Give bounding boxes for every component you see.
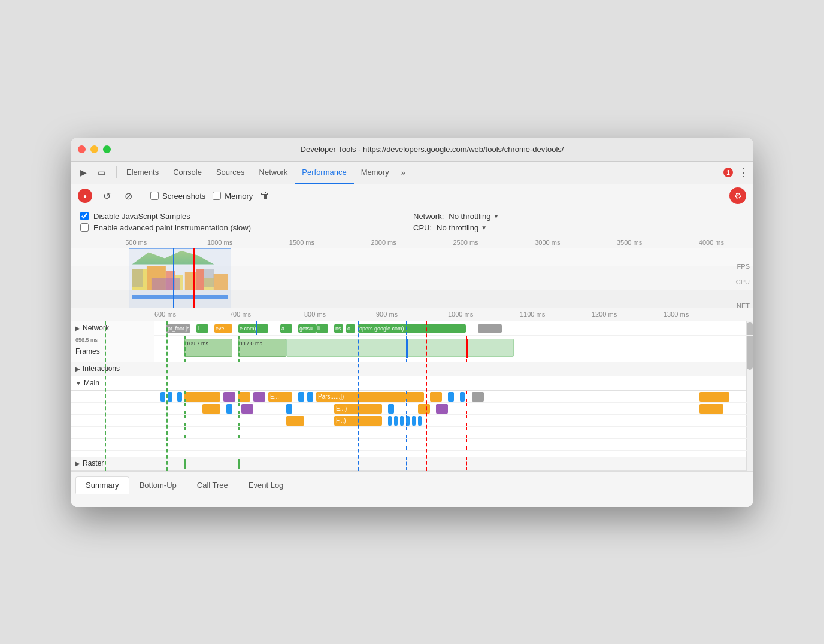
raster-row: ▶ Raster <box>71 457 753 471</box>
frames-row: 656.5 ms Frames 109.7 ms 117.0 ms <box>71 336 753 362</box>
vline-dashed-green-interactions-2 <box>166 321 168 471</box>
minimize-button[interactable] <box>90 145 98 153</box>
adv-paint-checkbox[interactable] <box>80 223 89 232</box>
tab-overflow[interactable]: » <box>396 168 410 177</box>
tab-performance[interactable]: Performance <box>295 161 353 184</box>
network-dropdown-arrow[interactable]: ▼ <box>493 213 499 220</box>
tab-network[interactable]: Network <box>252 161 295 184</box>
tab-error: 1 <box>723 168 733 177</box>
memory-checkbox-label[interactable]: Memory <box>213 192 253 201</box>
ruler-3000ms: 3000 ms <box>535 239 560 246</box>
tab-icons: ▶ ▭ <box>75 165 109 180</box>
frames-content: 109.7 ms 117.0 ms <box>154 336 753 362</box>
main-label[interactable]: ▼ Main <box>71 379 154 387</box>
main-chip-1-10: Pars......]) <box>316 392 406 402</box>
fps-label: FPS <box>737 263 750 270</box>
vline-dashed-red-frames <box>466 336 467 362</box>
main-header-row: ▼ Main <box>71 376 753 391</box>
settings-button[interactable]: ⚙ <box>729 187 746 204</box>
tab-memory[interactable]: Memory <box>354 161 396 184</box>
record-button[interactable]: ● <box>78 189 92 203</box>
raster-green-mark <box>238 459 240 469</box>
net-label: NET <box>737 302 750 308</box>
bottom-tab-eventlog[interactable]: Event Log <box>238 476 294 494</box>
vline-main2-green-2 <box>238 403 240 414</box>
vline-main2-green-1 <box>184 403 186 414</box>
vline-dashed-green-1 <box>184 336 186 362</box>
interactions-content <box>154 362 753 376</box>
tab-console[interactable]: Console <box>166 161 209 184</box>
vline-main4-red <box>466 427 467 438</box>
vline-dashed-green-2 <box>238 336 240 362</box>
detail-ruler-600: 600 ms <box>154 311 176 318</box>
vline-dashed-blue-interactions <box>358 321 359 471</box>
interactions-expand-arrow[interactable]: ▶ <box>75 366 80 372</box>
timeline-overview[interactable]: 500 ms 1000 ms 1500 ms 2000 ms 2500 ms 3… <box>71 236 753 308</box>
vline-main3-red <box>466 415 467 426</box>
raster-content <box>154 457 753 470</box>
vline-main2-red <box>466 403 467 414</box>
main-row-4 <box>71 427 753 439</box>
bottom-tab-calltree[interactable]: Call Tree <box>187 476 238 494</box>
tabbar: ▶ ▭ Elements Console Sources Network Per… <box>71 162 753 184</box>
cpu-dropdown-arrow[interactable]: ▼ <box>481 224 487 231</box>
tab-elements[interactable]: Elements <box>119 161 166 184</box>
detail-ruler-700: 700 ms <box>229 311 251 318</box>
bottom-tab-summary[interactable]: Summary <box>75 476 129 494</box>
net-chip-10 <box>478 324 502 333</box>
main-row-3: F...) <box>71 415 753 427</box>
main-chip-1-11 <box>406 392 424 402</box>
stop-button[interactable]: ⊘ <box>121 189 135 203</box>
toolbar: ● ↺ ⊘ Screenshots Memory 🗑 ⚙ <box>71 184 753 208</box>
vline-main3-green-2 <box>238 415 240 426</box>
network-expand-arrow[interactable]: ▶ <box>75 325 80 332</box>
main-chip-1-14 <box>460 392 465 402</box>
adv-paint-option[interactable]: Enable advanced paint instrumentation (s… <box>80 223 411 232</box>
frames-label: 656.5 ms Frames <box>71 335 154 362</box>
main-chip-3-0 <box>286 416 304 426</box>
ruler-500ms: 500 ms <box>125 239 147 246</box>
main-row-5-content <box>154 439 753 450</box>
main-chip-1-7: E... <box>268 392 292 402</box>
error-count-badge: 1 <box>723 168 733 177</box>
main-row-2: E...) <box>71 403 753 415</box>
raster-label[interactable]: ▶ Raster <box>71 459 154 467</box>
main-chip-1-6 <box>253 392 265 402</box>
bottom-tab-bottomup[interactable]: Bottom-Up <box>129 476 187 494</box>
vline-raster-blue <box>406 457 407 470</box>
raster-expand-arrow[interactable]: ▶ <box>75 460 80 467</box>
cursor-icon[interactable]: ▶ <box>75 165 91 180</box>
main-row-3-content: F...) <box>154 415 753 426</box>
screenshots-checkbox[interactable] <box>150 192 159 200</box>
clear-button[interactable]: 🗑 <box>260 190 269 201</box>
disable-js-checkbox[interactable] <box>80 212 89 220</box>
detail-ruler-1000: 1000 ms <box>448 311 473 318</box>
vline-main2-blue <box>406 403 407 414</box>
main-row-1-label <box>71 391 154 402</box>
maximize-button[interactable] <box>103 145 111 153</box>
tab-sources[interactable]: Sources <box>209 161 252 184</box>
vline-main3-green-1 <box>184 415 186 426</box>
reload-button[interactable]: ↺ <box>99 189 114 203</box>
traffic-lights <box>78 145 111 153</box>
main-chip-1-9 <box>307 392 313 402</box>
screenshots-checkbox-label[interactable]: Screenshots <box>150 192 205 201</box>
interactions-label[interactable]: ▶ Interactions <box>71 364 154 373</box>
network-row: ▶ Network pt_foot.js l... eve... e.com) … <box>71 321 753 336</box>
mobile-icon[interactable]: ▭ <box>93 165 109 180</box>
close-button[interactable] <box>78 145 86 153</box>
main-row-5 <box>71 439 753 451</box>
detail-ruler-800: 800 ms <box>304 311 326 318</box>
main-chip-1-3 <box>184 392 220 402</box>
main-chip-3-2 <box>388 416 392 426</box>
disable-js-option[interactable]: Disable JavaScript Samples <box>80 212 411 221</box>
vline-red-network <box>466 321 466 335</box>
network-throttle-option: Network: No throttling ▼ <box>413 212 744 221</box>
ruler-1000ms: 1000 ms <box>207 239 232 246</box>
network-label[interactable]: ▶ Network <box>71 321 154 335</box>
main-expand-arrow[interactable]: ▼ <box>75 380 81 387</box>
bottom-tabs: Summary Bottom-Up Call Tree Event Log <box>71 471 753 507</box>
net-chip-8: c... <box>346 324 355 333</box>
memory-checkbox[interactable] <box>213 192 221 200</box>
kebab-menu[interactable]: ⋮ <box>738 166 749 179</box>
